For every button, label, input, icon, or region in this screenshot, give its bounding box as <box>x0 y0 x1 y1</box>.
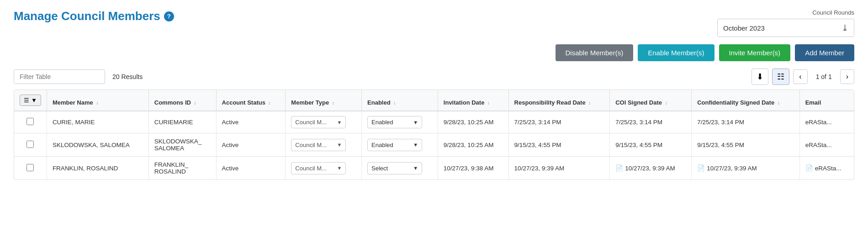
sort-icon-confidentiality-signed-date[interactable]: ↕ <box>778 100 780 105</box>
cell-email: 📄eRASta... <box>799 157 854 180</box>
column-header-commons-id: Commons ID ↕ <box>148 90 216 111</box>
cell-commons-id: SKLODOWSKA_ SALOMEA <box>148 133 216 157</box>
column-header-email: Email <box>799 90 854 111</box>
row-checkbox-cell <box>14 157 47 180</box>
grid-view-button[interactable]: ☷ <box>772 69 789 85</box>
cell-invitation-date: 9/28/23, 10:25 AM <box>438 133 508 157</box>
row-checkbox[interactable] <box>26 141 34 148</box>
enabled-value: Enabled <box>371 119 393 126</box>
members-table: ☰ ▼ Member Name ↕ Commons ID ↕ Account S… <box>14 90 854 179</box>
row-checkbox-cell <box>14 133 47 157</box>
chevron-down-icon: ▼ <box>337 120 342 125</box>
page-title: Manage Council Members ? <box>14 9 174 23</box>
download-button[interactable]: ⬇ <box>752 69 768 85</box>
sort-icon-commons-id[interactable]: ↕ <box>194 100 196 105</box>
cell-responsibility-read-date: 9/15/23, 4:55 PM <box>508 133 610 157</box>
enabled-dropdown[interactable]: Enabled▼ <box>367 139 422 151</box>
row-checkbox[interactable] <box>26 164 34 171</box>
filter-row: 20 Results ⬇ ☷ ‹ 1 of 1 › <box>14 69 854 85</box>
dropdown-arrow-icon: ▼ <box>31 97 37 104</box>
filter-right: ⬇ ☷ ‹ 1 of 1 › <box>752 69 854 85</box>
chevron-down-icon: ▼ <box>337 142 342 148</box>
row-checkbox-cell <box>14 111 47 133</box>
cell-enabled: Enabled▼ <box>362 133 438 157</box>
invite-members-button[interactable]: Invite Member(s) <box>719 44 791 61</box>
council-rounds-section: Council Rounds October 2023 ⤓ <box>708 9 854 37</box>
sort-icon-coi-signed-date[interactable]: ↕ <box>665 100 667 105</box>
sort-icon-account-status[interactable]: ↕ <box>269 100 271 105</box>
sort-icon-invitation-date[interactable]: ↕ <box>487 100 490 105</box>
conf-doc-icon[interactable]: 📄 <box>697 165 705 172</box>
cell-member-name: CURIE, MARIE <box>47 111 148 133</box>
member-type-dropdown[interactable]: Council M...▼ <box>291 116 346 128</box>
column-header-enabled: Enabled ↕ <box>362 90 438 111</box>
cell-invitation-date: 9/28/23, 10:25 AM <box>438 111 508 133</box>
cell-confidentiality-signed-date: 📄10/27/23, 9:39 AM <box>692 157 800 180</box>
cell-member-name: FRANKLIN, ROSALIND <box>47 157 148 180</box>
column-header-member-type: Member Type ↕ <box>286 90 362 111</box>
cell-email: eRASta... <box>799 133 854 157</box>
cell-enabled: Select▼ <box>362 157 438 180</box>
column-header-member-name: Member Name ↕ <box>47 90 148 111</box>
next-page-button[interactable]: › <box>840 69 854 84</box>
chevron-down-icon: ⤓ <box>842 23 848 33</box>
cell-member-name: SKLODOWSKA, SALOMEA <box>47 133 148 157</box>
cell-invitation-date: 10/27/23, 9:38 AM <box>438 157 508 180</box>
sort-icon-responsibility-read-date[interactable]: ↕ <box>588 100 591 105</box>
email-doc-icon[interactable]: 📄 <box>805 165 813 172</box>
member-type-dropdown[interactable]: Council M...▼ <box>291 162 346 174</box>
action-buttons-row: Disable Member(s) Enable Member(s) Invit… <box>14 44 854 61</box>
column-menu-header: ☰ ▼ <box>14 90 47 111</box>
add-member-button[interactable]: Add Member <box>795 44 854 61</box>
cell-member-type: Council M...▼ <box>286 133 362 157</box>
chevron-down-icon: ▼ <box>413 120 418 125</box>
sort-icon-member-type[interactable]: ↕ <box>332 100 334 105</box>
column-header-coi-signed-date: COI Signed Date ↕ <box>610 90 692 111</box>
enabled-value: Enabled <box>371 142 393 148</box>
chevron-down-icon: ▼ <box>413 142 418 148</box>
help-icon[interactable]: ? <box>164 11 174 21</box>
row-checkbox[interactable] <box>26 118 34 125</box>
sort-icon-member-name[interactable]: ↕ <box>96 100 98 105</box>
enable-members-button[interactable]: Enable Member(s) <box>638 44 714 61</box>
column-menu-button[interactable]: ☰ ▼ <box>20 95 41 106</box>
enabled-dropdown[interactable]: Enabled▼ <box>367 116 422 128</box>
results-count: 20 Results <box>112 73 143 80</box>
column-header-invitation-date: Invitation Date ↕ <box>438 90 508 111</box>
member-type-dropdown[interactable]: Council M...▼ <box>291 139 346 151</box>
chevron-right-icon: › <box>846 73 848 80</box>
chevron-left-icon: ‹ <box>799 73 801 80</box>
sort-icon-enabled[interactable]: ↕ <box>393 100 396 105</box>
cell-email: eRASta... <box>799 111 854 133</box>
coi-doc-icon[interactable]: 📄 <box>615 165 623 172</box>
cell-confidentiality-signed-date: 9/15/23, 4:55 PM <box>692 133 800 157</box>
filter-table-input[interactable] <box>14 69 105 84</box>
chevron-down-icon: ▼ <box>413 165 418 171</box>
member-type-value: Council M... <box>295 119 327 126</box>
cell-confidentiality-signed-date: 7/25/23, 3:14 PM <box>692 111 800 133</box>
hamburger-icon: ☰ <box>24 97 29 104</box>
chevron-down-icon: ▼ <box>337 165 342 171</box>
cell-coi-signed-date: 📄10/27/23, 9:39 AM <box>610 157 692 180</box>
council-rounds-label: Council Rounds <box>812 9 854 16</box>
column-header-account-status: Account Status ↕ <box>216 90 286 111</box>
cell-coi-signed-date: 9/15/23, 4:55 PM <box>610 133 692 157</box>
cell-account-status: Active <box>216 157 286 180</box>
column-header-confidentiality-signed-date: Confidentiality Signed Date ↕ <box>692 90 800 111</box>
column-header-responsibility-read-date: Responsibility Read Date ↕ <box>508 90 610 111</box>
cell-enabled: Enabled▼ <box>362 111 438 133</box>
cell-account-status: Active <box>216 133 286 157</box>
table-row: CURIE, MARIECURIEMARIEActiveCouncil M...… <box>14 111 854 133</box>
member-type-value: Council M... <box>295 142 327 148</box>
table-row: SKLODOWSKA, SALOMEASKLODOWSKA_ SALOMEAAc… <box>14 133 854 157</box>
cell-member-type: Council M...▼ <box>286 157 362 180</box>
cell-commons-id: CURIEMARIE <box>148 111 216 133</box>
enabled-dropdown[interactable]: Select▼ <box>367 162 422 174</box>
council-rounds-select[interactable]: October 2023 ⤓ <box>717 19 854 37</box>
prev-page-button[interactable]: ‹ <box>793 69 807 84</box>
disable-members-button[interactable]: Disable Member(s) <box>556 44 634 61</box>
cell-account-status: Active <box>216 111 286 133</box>
enabled-value: Select <box>371 165 388 172</box>
cell-responsibility-read-date: 10/27/23, 9:39 AM <box>508 157 610 180</box>
members-table-container: ☰ ▼ Member Name ↕ Commons ID ↕ Account S… <box>14 90 854 180</box>
